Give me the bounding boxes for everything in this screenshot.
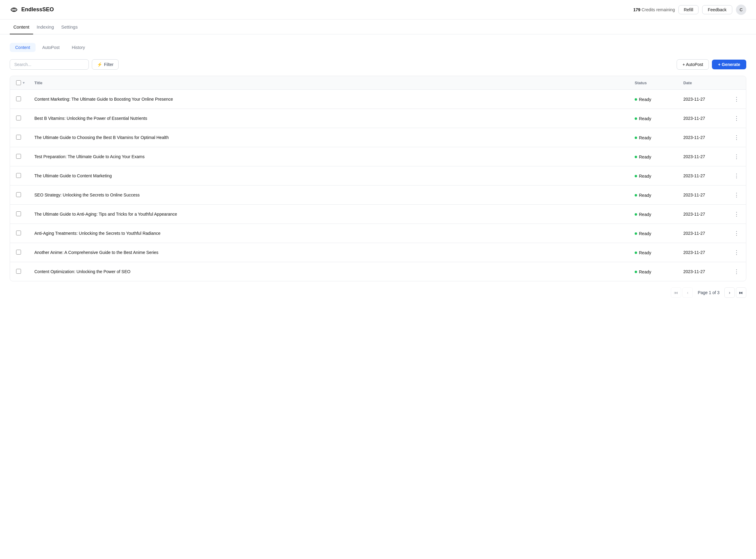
table-row: Another Anime: A Comprehensive Guide to … [10, 243, 746, 262]
table-row: Best B Vitamins: Unlocking the Power of … [10, 109, 746, 128]
more-options-button[interactable]: ⋮ [732, 248, 741, 256]
row-date: 2023-11-27 [679, 90, 727, 109]
status-dot [635, 213, 637, 216]
top-nav-item-indexing[interactable]: Indexing [33, 20, 58, 35]
autopost-button[interactable]: + AutoPost [677, 59, 709, 70]
row-checkbox[interactable] [16, 135, 21, 140]
row-action: ⋮ [727, 205, 746, 224]
sub-tab-autopost[interactable]: AutoPost [37, 43, 65, 52]
row-action: ⋮ [727, 224, 746, 243]
more-options-button[interactable]: ⋮ [732, 172, 741, 180]
row-title: Test Preparation: The Ultimate Guide to … [29, 147, 630, 166]
row-date: 2023-11-27 [679, 128, 727, 147]
refill-button[interactable]: Refill [679, 5, 698, 14]
row-checkbox-cell [10, 166, 29, 185]
chevron-down-icon[interactable]: ▾ [23, 81, 25, 85]
row-title: SEO Strategy: Unlocking the Secrets to O… [29, 185, 630, 205]
col-header-action [727, 76, 746, 90]
top-nav-item-content[interactable]: Content [10, 20, 33, 35]
row-action: ⋮ [727, 262, 746, 281]
row-checkbox[interactable] [16, 269, 21, 274]
row-checkbox-cell [10, 262, 29, 281]
row-title: The Ultimate Guide to Anti-Aging: Tips a… [29, 205, 630, 224]
header-right: 179 Credits remaining Refill Feedback C [633, 4, 746, 15]
select-all-checkbox[interactable] [16, 80, 21, 85]
row-checkbox[interactable] [16, 211, 21, 216]
table-row: Content Marketing: The Ultimate Guide to… [10, 90, 746, 109]
status-dot [635, 175, 637, 177]
top-nav: Content Indexing Settings [0, 20, 756, 35]
row-checkbox-cell [10, 147, 29, 166]
content-table: ▾ Title Status Date [10, 76, 746, 281]
row-title: Another Anime: A Comprehensive Guide to … [29, 243, 630, 262]
row-status: Ready [630, 185, 679, 205]
row-checkbox-cell [10, 90, 29, 109]
page-info: Page 1 of 3 [694, 290, 723, 295]
row-action: ⋮ [727, 90, 746, 109]
row-checkbox[interactable] [16, 116, 21, 120]
last-page-button[interactable]: ⏭ [736, 287, 746, 298]
row-status: Ready [630, 90, 679, 109]
more-options-button[interactable]: ⋮ [732, 153, 741, 161]
table-row: The Ultimate Guide to Choosing the Best … [10, 128, 746, 147]
logo-icon [10, 5, 18, 14]
row-checkbox-cell [10, 243, 29, 262]
status-dot [635, 117, 637, 120]
prev-page-button[interactable]: ‹ [682, 287, 693, 298]
row-status: Ready [630, 166, 679, 185]
more-options-button[interactable]: ⋮ [732, 210, 741, 218]
row-title: Anti-Aging Treatments: Unlocking the Sec… [29, 224, 630, 243]
avatar[interactable]: C [736, 4, 746, 15]
status-dot [635, 271, 637, 273]
status-dot [635, 137, 637, 139]
status-label: Ready [639, 193, 651, 198]
more-options-button[interactable]: ⋮ [732, 95, 741, 103]
row-status: Ready [630, 205, 679, 224]
feedback-button[interactable]: Feedback [702, 5, 732, 14]
status-label: Ready [639, 231, 651, 236]
row-action: ⋮ [727, 243, 746, 262]
next-page-button[interactable]: › [725, 287, 735, 298]
more-options-button[interactable]: ⋮ [732, 191, 741, 199]
sub-tabs: Content AutoPost History [10, 43, 746, 52]
row-checkbox[interactable] [16, 250, 21, 254]
filter-button[interactable]: ⚡ Filter [92, 59, 119, 70]
first-page-button[interactable]: ⏮ [671, 287, 681, 298]
row-title: Content Optimization: Unlocking the Powe… [29, 262, 630, 281]
status-dot [635, 251, 637, 254]
more-options-button[interactable]: ⋮ [732, 268, 741, 275]
status-label: Ready [639, 116, 651, 121]
sub-tab-history[interactable]: History [66, 43, 91, 52]
more-options-button[interactable]: ⋮ [732, 134, 741, 141]
row-date: 2023-11-27 [679, 185, 727, 205]
filter-label: Filter [104, 62, 113, 67]
row-status: Ready [630, 109, 679, 128]
filter-icon: ⚡ [97, 62, 102, 67]
row-title: The Ultimate Guide to Content Marketing [29, 166, 630, 185]
row-action: ⋮ [727, 109, 746, 128]
row-title: Best B Vitamins: Unlocking the Power of … [29, 109, 630, 128]
credits-text: 179 Credits remaining [633, 7, 675, 12]
row-status: Ready [630, 262, 679, 281]
pagination: ⏮ ‹ Page 1 of 3 › ⏭ [0, 281, 756, 308]
row-checkbox[interactable] [16, 230, 21, 236]
table-header-row: ▾ Title Status Date [10, 76, 746, 90]
status-label: Ready [639, 97, 651, 102]
table-row: SEO Strategy: Unlocking the Secrets to O… [10, 185, 746, 205]
row-checkbox[interactable] [16, 173, 21, 178]
table-row: Content Optimization: Unlocking the Powe… [10, 262, 746, 281]
top-nav-item-settings[interactable]: Settings [58, 20, 81, 35]
generate-button[interactable]: + Generate [712, 60, 746, 69]
more-options-button[interactable]: ⋮ [732, 229, 741, 237]
row-checkbox[interactable] [16, 154, 21, 159]
row-checkbox[interactable] [16, 192, 21, 197]
sub-tab-content[interactable]: Content [10, 43, 36, 52]
row-status: Ready [630, 224, 679, 243]
search-input[interactable] [10, 59, 89, 70]
more-options-button[interactable]: ⋮ [732, 114, 741, 122]
row-checkbox-cell [10, 224, 29, 243]
row-date: 2023-11-27 [679, 109, 727, 128]
row-action: ⋮ [727, 185, 746, 205]
row-checkbox[interactable] [16, 96, 21, 101]
status-label: Ready [639, 174, 651, 179]
